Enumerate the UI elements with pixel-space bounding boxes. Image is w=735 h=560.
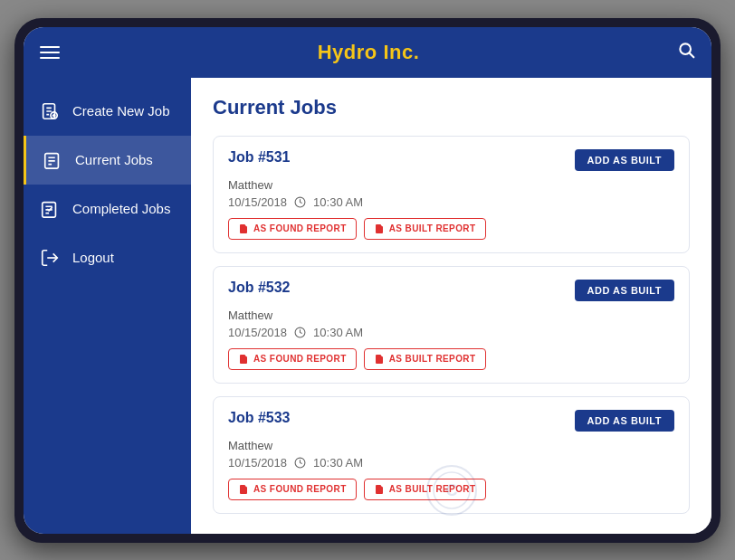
as-found-label-2: AS FOUND REPORT [253, 484, 347, 494]
app-title: Hydro Inc. [318, 41, 420, 64]
job-id-0: Job #531 [228, 149, 290, 166]
add-as-built-button-0[interactable]: ADD AS BUILT [575, 149, 674, 171]
job-date-2: 10/15/2018 [228, 456, 287, 470]
as-found-report-button-1[interactable]: AS FOUND REPORT [228, 348, 357, 370]
sidebar-item-create-new-job[interactable]: Create New Job [24, 87, 191, 136]
job-time-1: 10:30 AM [313, 326, 363, 339]
job-time-0: 10:30 AM [313, 195, 363, 209]
job-card-1: Job #532 ADD AS BUILT Matthew 10/15/2018… [213, 266, 690, 384]
job-assignee-0: Matthew [228, 178, 674, 192]
watermark: C [425, 463, 479, 517]
add-as-built-button-1[interactable]: ADD AS BUILT [575, 280, 674, 301]
clock-icon-2 [294, 457, 306, 469]
body: Create New Job Current Jobs [24, 78, 711, 534]
job-card-top-0: Job #531 ADD AS BUILT [228, 149, 674, 171]
as-found-report-button-0[interactable]: AS FOUND REPORT [228, 218, 357, 240]
as-built-label-1: AS BUILT REPORT [389, 354, 476, 364]
svg-line-1 [690, 53, 694, 58]
main-content: Current Jobs Job #531 ADD AS BUILT Matth… [191, 78, 711, 534]
as-built-report-button-1[interactable]: AS BUILT REPORT [364, 348, 486, 370]
search-icon[interactable] [677, 41, 695, 63]
menu-icon[interactable] [40, 46, 60, 59]
sidebar-item-current-jobs[interactable]: Current Jobs [24, 136, 191, 185]
job-id-1: Job #532 [228, 280, 290, 296]
job-card-0: Job #531 ADD AS BUILT Matthew 10/15/2018… [213, 136, 690, 253]
job-date-1: 10/15/2018 [228, 326, 287, 339]
job-meta-1: 10/15/2018 10:30 AM [228, 326, 674, 339]
screen: Hydro Inc. [24, 27, 711, 534]
header: Hydro Inc. [24, 27, 711, 78]
as-built-report-button-0[interactable]: AS BUILT REPORT [364, 218, 486, 240]
completed-jobs-icon [38, 197, 62, 221]
as-found-label-0: AS FOUND REPORT [253, 223, 347, 233]
create-job-icon [38, 100, 62, 123]
sidebar-label-current-jobs: Current Jobs [75, 152, 153, 167]
job-actions-0: AS FOUND REPORT AS BUILT REPORT [228, 218, 674, 240]
job-actions-1: AS FOUND REPORT AS BUILT REPORT [228, 348, 674, 370]
job-card-top-1: Job #532 ADD AS BUILT [228, 280, 674, 301]
as-found-report-button-2[interactable]: AS FOUND REPORT [228, 479, 357, 500]
as-built-label-0: AS BUILT REPORT [389, 223, 476, 233]
as-found-label-1: AS FOUND REPORT [253, 354, 347, 364]
sidebar-label-logout: Logout [72, 250, 114, 265]
add-as-built-button-2[interactable]: ADD AS BUILT [575, 410, 674, 432]
job-assignee-1: Matthew [228, 308, 674, 322]
job-meta-0: 10/15/2018 10:30 AM [228, 195, 674, 209]
job-date-0: 10/15/2018 [228, 195, 287, 209]
svg-text:C: C [445, 481, 457, 499]
clock-icon-1 [294, 327, 306, 338]
sidebar-label-completed-jobs: Completed Jobs [72, 201, 170, 216]
current-jobs-icon [41, 148, 64, 172]
sidebar: Create New Job Current Jobs [24, 78, 191, 534]
device-frame: Hydro Inc. [14, 18, 721, 543]
clock-icon-0 [294, 196, 306, 208]
job-time-2: 10:30 AM [313, 456, 363, 470]
sidebar-item-completed-jobs[interactable]: Completed Jobs [24, 185, 191, 233]
logout-icon [38, 246, 62, 270]
job-assignee-2: Matthew [228, 439, 674, 452]
job-id-2: Job #533 [228, 410, 290, 426]
sidebar-item-logout[interactable]: Logout [24, 233, 191, 282]
sidebar-label-create-new-job: Create New Job [72, 103, 170, 119]
page-title: Current Jobs [213, 96, 690, 119]
job-card-top-2: Job #533 ADD AS BUILT [228, 410, 674, 432]
